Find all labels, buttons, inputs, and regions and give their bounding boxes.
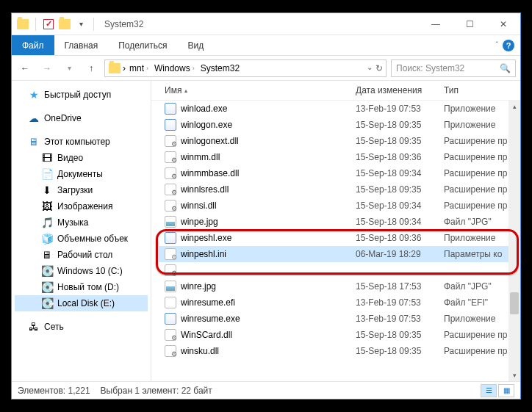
file-exe-icon	[165, 103, 176, 115]
pc-icon: 🖥	[28, 136, 40, 148]
nav-videos[interactable]: 🎞Видео	[15, 150, 148, 166]
properties-icon[interactable]: ✓	[42, 18, 55, 31]
tab-file[interactable]: Файл	[12, 35, 54, 55]
qat-dropdown-icon[interactable]: ▾	[74, 18, 87, 31]
sort-asc-icon: ▴	[184, 87, 187, 94]
details-view-button[interactable]: ☰	[481, 384, 497, 397]
file-name: winnlsres.dll	[181, 184, 229, 195]
address-dropdown-icon[interactable]: ⌄	[367, 63, 373, 73]
file-date: 15-Sep-18 09:35	[350, 184, 438, 195]
desktop-icon: 🖥	[41, 249, 53, 261]
new-folder-icon[interactable]	[58, 18, 71, 31]
scroll-track[interactable]	[508, 112, 520, 369]
file-date: 15-Sep-18 09:36	[350, 233, 438, 243]
file-dll-icon	[165, 135, 176, 147]
file-row[interactable]: winlogon.exe15-Sep-18 09:35Приложение	[159, 117, 520, 133]
breadcrumb-seg[interactable]: mnt›	[127, 63, 151, 73]
file-name: winpeshl.ini	[181, 249, 226, 259]
search-placeholder: Поиск: System32	[396, 63, 464, 73]
minimize-button[interactable]: —	[419, 13, 453, 35]
file-date: 13-Feb-19 07:53	[350, 297, 438, 308]
close-button[interactable]: ✕	[486, 13, 520, 35]
folder-icon	[16, 18, 29, 31]
nav-drive-c[interactable]: 💽Windows 10 (C:)	[15, 263, 148, 279]
column-type[interactable]: Тип	[438, 84, 520, 97]
nav-music[interactable]: 🎵Музыка	[15, 214, 148, 231]
file-row[interactable]: winresume.exe13-Feb-19 07:53Приложение	[159, 311, 520, 327]
file-date: 06-Mar-19 18:29	[350, 249, 438, 259]
nav-desktop[interactable]: 🖥Рабочий стол	[15, 247, 148, 263]
file-date: 13-Feb-19 07:53	[350, 314, 438, 324]
maximize-button[interactable]: ☐	[453, 13, 486, 35]
scroll-down-icon[interactable]: ▾	[508, 369, 520, 381]
file-row[interactable]: winsku.dll15-Sep-18 09:35Расширение пр	[159, 343, 520, 359]
nav-downloads[interactable]: ⬇Загрузки	[15, 182, 148, 198]
icons-view-button[interactable]: ▦	[498, 384, 514, 397]
star-icon: ★	[28, 89, 40, 101]
navigation-pane[interactable]: ★Быстрый доступ ☁OneDrive 🖥Этот компьюте…	[12, 81, 151, 381]
file-dll-icon	[165, 345, 176, 357]
file-ini-icon	[165, 248, 176, 260]
column-date[interactable]: Дата изменения	[350, 84, 438, 97]
tab-share[interactable]: Поделиться	[108, 35, 177, 55]
scrollbar-vertical[interactable]: ▴ ▾	[508, 101, 520, 381]
search-icon[interactable]: 🔍	[500, 63, 511, 73]
file-jpg-icon	[165, 281, 176, 292]
forward-button[interactable]: →	[38, 59, 56, 77]
file-dll-icon	[165, 200, 176, 212]
nav-pictures[interactable]: 🖼Изображения	[15, 198, 148, 214]
tab-home[interactable]: Главная	[54, 35, 109, 55]
column-name[interactable]: Имя▴	[159, 84, 350, 97]
nav-this-pc[interactable]: 🖥Этот компьютер	[15, 134, 148, 150]
file-row[interactable]: winnsi.dll15-Sep-18 09:34Расширение пр	[159, 198, 520, 214]
file-row[interactable]: WinSCard.dll15-Sep-18 09:35Расширение пр	[159, 327, 520, 343]
ribbon-collapse-icon[interactable]: ˇ	[496, 41, 498, 49]
separator	[35, 18, 36, 31]
breadcrumb-seg[interactable]: System32	[198, 63, 242, 73]
ribbon-help: ˇ ?	[496, 35, 520, 55]
nav-drive-e[interactable]: 💽Local Disk (E:)	[15, 295, 148, 311]
file-row[interactable]: winnlsres.dll15-Sep-18 09:35Расширение п…	[159, 181, 520, 198]
file-name: winre.jpg	[181, 281, 216, 292]
file-row[interactable]: winpeshl.exe15-Sep-18 09:36Приложение	[159, 230, 520, 246]
nav-network[interactable]: 🖧Сеть	[15, 319, 148, 335]
history-dropdown[interactable]: ▾	[60, 59, 78, 77]
file-row[interactable]: winmm.dll15-Sep-18 09:36Расширение пр	[159, 149, 520, 165]
file-row[interactable]: winre.jpg15-Sep-18 17:53Файл "JPG"	[159, 278, 520, 294]
file-list[interactable]: winload.exe13-Feb-19 07:53Приложениеwinl…	[151, 101, 520, 381]
nav-quick-access[interactable]: ★Быстрый доступ	[15, 87, 148, 103]
search-input[interactable]: Поиск: System32 🔍	[391, 59, 516, 77]
back-button[interactable]: ←	[16, 59, 34, 77]
quick-access-toolbar: ✓ ▾	[12, 18, 101, 31]
breadcrumb[interactable]: › mnt› Windows› System32 ⌄ ↻	[104, 59, 387, 77]
file-dll-icon	[165, 151, 176, 163]
file-row[interactable]	[159, 262, 520, 278]
content-pane: Имя▴ Дата изменения Тип winload.exe13-Fe…	[151, 81, 520, 381]
breadcrumb-seg[interactable]: Windows›	[152, 63, 197, 73]
tab-view[interactable]: Вид	[177, 35, 214, 55]
up-button[interactable]: ↑	[82, 59, 100, 77]
titlebar[interactable]: ✓ ▾ System32 — ☐ ✕	[12, 13, 520, 35]
file-name: winresume.efi	[181, 297, 235, 308]
file-row[interactable]: winmmbase.dll15-Sep-18 09:34Расширение п…	[159, 165, 520, 181]
folder-icon	[108, 62, 121, 75]
file-row[interactable]: winpeshl.ini06-Mar-19 18:29Параметры ко	[159, 246, 520, 262]
file-efi-icon	[165, 297, 176, 308]
file-exe-icon	[165, 119, 176, 131]
file-row[interactable]: winload.exe13-Feb-19 07:53Приложение	[159, 101, 520, 117]
nav-drive-d[interactable]: 💽Новый том (D:)	[15, 279, 148, 295]
file-exe-icon	[165, 232, 176, 244]
scroll-thumb[interactable]	[510, 292, 519, 314]
refresh-icon[interactable]: ↻	[375, 63, 383, 73]
file-row[interactable]: winresume.efi13-Feb-19 07:53Файл "EFI"	[159, 294, 520, 311]
scroll-up-icon[interactable]: ▴	[508, 101, 520, 112]
file-row[interactable]: winpe.jpg15-Sep-18 09:34Файл "JPG"	[159, 214, 520, 230]
help-icon[interactable]: ?	[503, 40, 514, 51]
nav-3d-objects[interactable]: 🧊Объемные объек	[15, 231, 148, 247]
file-row[interactable]: winlogonext.dll15-Sep-18 09:35Расширение…	[159, 133, 520, 149]
file-name: winpe.jpg	[181, 217, 218, 227]
nav-onedrive[interactable]: ☁OneDrive	[15, 110, 148, 126]
chevron-right-icon[interactable]: ›	[123, 63, 126, 73]
file-dll-icon	[165, 329, 176, 341]
nav-documents[interactable]: 📄Документы	[15, 166, 148, 182]
